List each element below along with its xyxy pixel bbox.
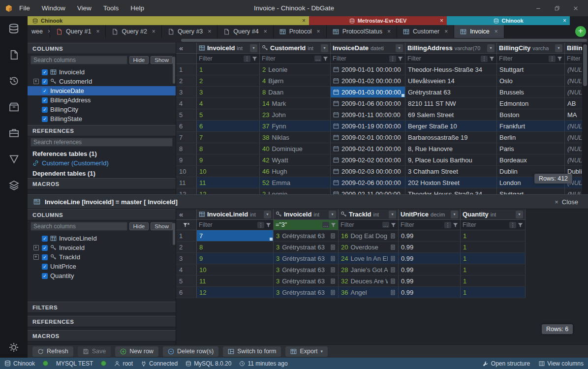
cell-billing-city[interactable]: Stuttgart xyxy=(497,64,565,75)
search-columns-input[interactable] xyxy=(31,222,127,231)
tab-query-2[interactable]: Query #2× xyxy=(106,25,161,38)
column-header-invoiceid[interactable]: InvoiceIdint▾ xyxy=(274,209,339,219)
column-header-trackid[interactable]: TrackIdint▾ xyxy=(339,209,399,219)
column-dropdown-icon[interactable]: ▾ xyxy=(516,211,523,218)
column-header-customerid[interactable]: CustomerIdint▾ xyxy=(260,43,331,53)
column-item-customerid[interactable]: +✓CustomerId xyxy=(28,77,176,86)
row-number[interactable]: 7 xyxy=(176,132,197,143)
checkbox[interactable]: ✓ xyxy=(42,79,48,85)
column-dropdown-icon[interactable]: ▾ xyxy=(264,211,271,218)
column-header-invoicedate[interactable]: InvoiceDatedateti▾ xyxy=(331,43,405,53)
settings-gear-icon[interactable] xyxy=(8,342,19,353)
cell-invoice-date[interactable]: 2009-01-06 00:00:00 xyxy=(331,98,405,109)
tab-close-icon[interactable]: × xyxy=(387,28,391,35)
row-number[interactable]: 9 xyxy=(176,154,197,165)
cell-invoice-id[interactable]: 10 xyxy=(197,166,260,177)
cell-invoice-id[interactable]: 4 xyxy=(197,98,260,109)
tab-scrollbar[interactable] xyxy=(28,38,588,43)
cell-billing-address[interactable]: 9, Place Louis Barthou xyxy=(405,154,497,165)
cell-invoice-id[interactable]: 3Grétrystraat 63 xyxy=(274,276,339,286)
cell-invoice-line-id[interactable]: 7 xyxy=(197,230,274,241)
cell-invoice-id[interactable]: 3Grétrystraat 63 xyxy=(274,230,339,241)
cell-billing-city[interactable]: Bordeaux xyxy=(497,154,565,165)
funnel-icon[interactable] xyxy=(331,222,336,228)
cell-billing-state[interactable]: AB xyxy=(565,98,582,109)
cell-billing-city[interactable]: Frankfurt xyxy=(497,121,565,131)
scrollbar-thumb[interactable] xyxy=(181,39,587,42)
column-item-invoicelineid[interactable]: ✓InvoiceLineId xyxy=(28,234,176,243)
cell-invoice-id[interactable]: 3Grétrystraat 63 xyxy=(274,242,339,252)
checkbox[interactable]: ✓ xyxy=(42,245,48,251)
cell-invoice-date[interactable]: 2009-01-01 00:00:00 xyxy=(331,64,405,75)
funnel-icon[interactable] xyxy=(518,222,523,228)
cell-invoice-id[interactable]: 3Grétrystraat 63 xyxy=(274,253,339,264)
cell-invoice-id[interactable]: 6 xyxy=(197,121,260,131)
menu-view[interactable]: View xyxy=(72,2,97,14)
macros-section-header[interactable]: MACROS xyxy=(28,330,176,341)
filter-icon[interactable] xyxy=(9,154,19,164)
clear-filter-icon[interactable] xyxy=(183,222,189,228)
columns-section-header[interactable]: COLUMNS xyxy=(28,43,176,54)
search-references-input[interactable] xyxy=(31,138,173,147)
cell-billing-city[interactable]: Berlin xyxy=(497,132,565,143)
cell-billing-state[interactable]: (NULL) xyxy=(565,87,582,97)
group-close-icon[interactable]: × xyxy=(563,17,566,24)
cell-customer-id[interactable]: 8Daan xyxy=(260,87,331,97)
cell-customer-id[interactable]: 40Dominique xyxy=(260,143,331,154)
cell-billing-address[interactable]: 8, Rue Hanovre xyxy=(405,143,497,154)
cell-billing-city[interactable]: Brussels xyxy=(497,87,565,97)
tab-invoice[interactable]: Invoice× xyxy=(454,25,504,38)
new-row-button[interactable]: New row xyxy=(115,346,158,357)
cell-unit-price[interactable]: 0.99 xyxy=(399,253,461,264)
expander-icon[interactable]: + xyxy=(33,79,39,84)
references-section-header[interactable]: REFERENCES xyxy=(28,316,176,327)
column-item-invoicedate[interactable]: ✓InvoiceDate xyxy=(28,86,176,95)
cell-invoice-line-id[interactable]: 8 xyxy=(197,242,274,252)
column-item-unitprice[interactable]: ✓UnitPrice xyxy=(28,262,176,271)
expander-icon[interactable]: + xyxy=(33,245,39,250)
menu-help[interactable]: Help xyxy=(125,2,150,14)
cell-track-id[interactable]: 36Angel xyxy=(339,287,399,298)
cell-customer-id[interactable]: 2Leonie xyxy=(260,188,331,194)
column-dropdown-icon[interactable]: ▾ xyxy=(250,44,257,52)
tab-close-icon[interactable]: × xyxy=(317,28,320,35)
connections-icon[interactable] xyxy=(8,23,19,34)
cell-billing-address[interactable]: 8210 111 ST NW xyxy=(405,98,497,109)
cell-unit-price[interactable]: 0.99 xyxy=(399,287,461,298)
refresh-button[interactable]: Refresh xyxy=(32,346,73,357)
column-header-quantity[interactable]: Quantityint▾ xyxy=(461,209,526,219)
view-columns-button[interactable]: View columns xyxy=(539,360,584,367)
cell-billing-state[interactable]: (NULL) xyxy=(565,188,582,194)
tab-customer[interactable]: Customer× xyxy=(397,25,454,38)
cell-invoice-id[interactable]: 7 xyxy=(197,132,260,143)
cell-invoice-id[interactable]: 8 xyxy=(197,143,260,154)
column-header-unitprice[interactable]: UnitPricedecim▾ xyxy=(399,209,461,219)
archive-icon[interactable] xyxy=(9,102,19,112)
cell-invoice-id[interactable]: 5 xyxy=(197,109,260,120)
filters-section-header[interactable]: FILTERS xyxy=(28,302,176,313)
tab-group-chinook[interactable]: Chinook × xyxy=(28,16,309,25)
filter-invoicelineid[interactable]: Filter⋮ xyxy=(197,220,274,230)
cell-invoice-id[interactable]: 3Grétrystraat 63 xyxy=(274,287,339,298)
references-section-header[interactable]: REFERENCES xyxy=(28,125,176,136)
cell-invoice-id[interactable]: 3 xyxy=(197,87,260,97)
tab-wee[interactable]: wee× xyxy=(28,25,50,38)
show-button[interactable]: Show xyxy=(151,222,173,230)
column-dropdown-icon[interactable]: ▾ xyxy=(451,211,458,218)
funnel-icon[interactable] xyxy=(557,56,562,62)
filter-billingaddress[interactable]: Filter⋮ xyxy=(405,54,497,63)
panel-scrollbar[interactable] xyxy=(173,223,175,245)
tab-group-chinook-2[interactable]: Chinook × xyxy=(447,16,570,25)
cell-quantity[interactable]: 1 xyxy=(461,287,526,298)
column-item-trackid[interactable]: +✓TrackId xyxy=(28,252,176,262)
row-number[interactable]: 3 xyxy=(176,87,197,97)
column-dropdown-icon[interactable]: ▾ xyxy=(389,211,396,218)
cell-billing-city[interactable]: Boston xyxy=(497,109,565,120)
tab-close-icon[interactable]: × xyxy=(264,28,267,35)
tab-query-4[interactable]: Query #4× xyxy=(217,25,273,38)
cell-billing-state[interactable]: (NULL) xyxy=(565,121,582,131)
cell-invoice-date[interactable]: 2009-02-02 00:00:00 xyxy=(331,154,405,165)
cell-invoice-line-id[interactable]: 12 xyxy=(197,287,274,298)
filter-menu-icon[interactable]: ⋮ xyxy=(444,222,451,228)
columns-section-header[interactable]: COLUMNS xyxy=(28,209,176,220)
